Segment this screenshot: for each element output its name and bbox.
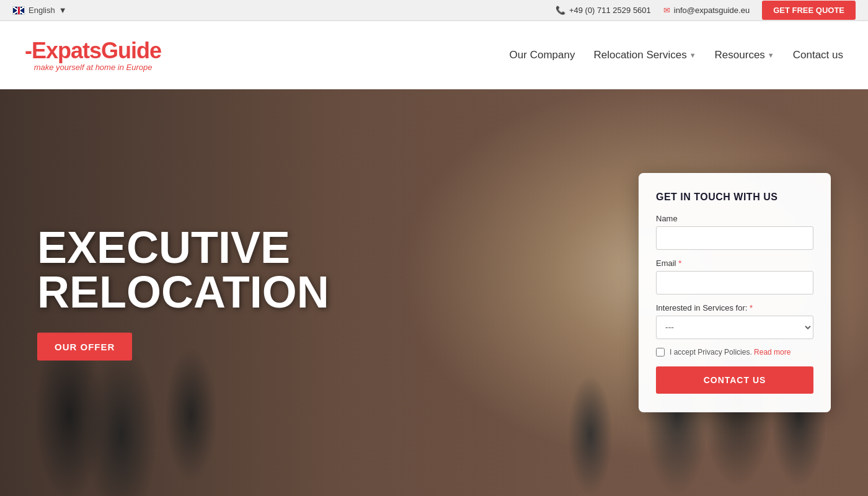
language-selector[interactable]: English ▼	[12, 6, 67, 15]
email-field-group: Email *	[656, 259, 813, 294]
our-offer-button[interactable]: OUR OFFER	[37, 333, 132, 361]
email-contact[interactable]: ✉ info@expatsguide.eu	[663, 6, 750, 15]
name-field-group: Name	[656, 214, 813, 250]
privacy-label: I accept Privacy Policies. Read more	[670, 348, 790, 356]
privacy-checkbox-row: I accept Privacy Policies. Read more	[656, 348, 813, 356]
services-label: Interested in Services for: *	[656, 303, 813, 312]
hero-title-line1: EXECUTIVE	[37, 225, 329, 270]
main-nav: Our Company Relocation Services ▼ Resour…	[510, 49, 843, 61]
flag-icon	[12, 6, 25, 15]
name-label: Name	[656, 214, 813, 223]
nav-relocation-services[interactable]: Relocation Services ▼	[593, 49, 696, 61]
read-more-link[interactable]: Read more	[754, 348, 790, 356]
hero-section: EXECUTIVE RELOCATION OUR OFFER GET IN TO…	[0, 89, 868, 496]
nav-resources[interactable]: Resources ▼	[715, 49, 774, 61]
services-select[interactable]: --- Executive Relocation Home Search Imm…	[656, 316, 813, 339]
services-field-group: Interested in Services for: * --- Execut…	[656, 303, 813, 339]
email-required-marker: *	[678, 259, 681, 268]
phone-number: +49 (0) 711 2529 5601	[569, 6, 651, 15]
logo-guide: Guide	[101, 38, 161, 63]
topbar-right: 📞 +49 (0) 711 2529 5601 ✉ info@expatsgui…	[556, 1, 856, 20]
hero-title-line2: RELOCATION	[37, 270, 329, 314]
logo-text: -ExpatsGuide	[25, 38, 161, 63]
email-input[interactable]	[656, 271, 813, 294]
phone-contact[interactable]: 📞 +49 (0) 711 2529 5601	[556, 6, 651, 15]
nav-our-company[interactable]: Our Company	[510, 49, 575, 61]
nav-contact-us[interactable]: Contact us	[793, 49, 843, 61]
phone-icon: 📞	[556, 6, 565, 15]
logo-expats: -Expats	[25, 38, 101, 63]
email-address: info@expatsguide.eu	[674, 6, 750, 15]
form-title: GET IN TOUCH WITH US	[656, 192, 813, 203]
resources-chevron-icon: ▼	[768, 51, 774, 59]
get-free-quote-button[interactable]: GET FREE QUOTE	[762, 1, 856, 20]
topbar: English ▼ 📞 +49 (0) 711 2529 5601 ✉ info…	[0, 0, 868, 21]
logo[interactable]: -ExpatsGuide make yourself at home in Eu…	[25, 38, 161, 72]
contact-form-card: GET IN TOUCH WITH US Name Email * Intere…	[639, 173, 831, 412]
privacy-checkbox[interactable]	[656, 348, 665, 356]
email-label: Email *	[656, 259, 813, 268]
hero-title: EXECUTIVE RELOCATION	[37, 225, 329, 314]
logo-tagline: make yourself at home in Europe	[25, 63, 161, 72]
language-label: English	[29, 6, 55, 15]
relocation-chevron-icon: ▼	[689, 51, 696, 59]
language-chevron: ▼	[59, 6, 67, 15]
hero-content: EXECUTIVE RELOCATION OUR OFFER	[37, 225, 329, 361]
header: -ExpatsGuide make yourself at home in Eu…	[0, 21, 868, 89]
services-required-marker: *	[750, 303, 753, 312]
name-input[interactable]	[656, 226, 813, 250]
contact-us-submit-button[interactable]: CONTACT US	[656, 366, 813, 394]
email-icon: ✉	[663, 6, 670, 15]
